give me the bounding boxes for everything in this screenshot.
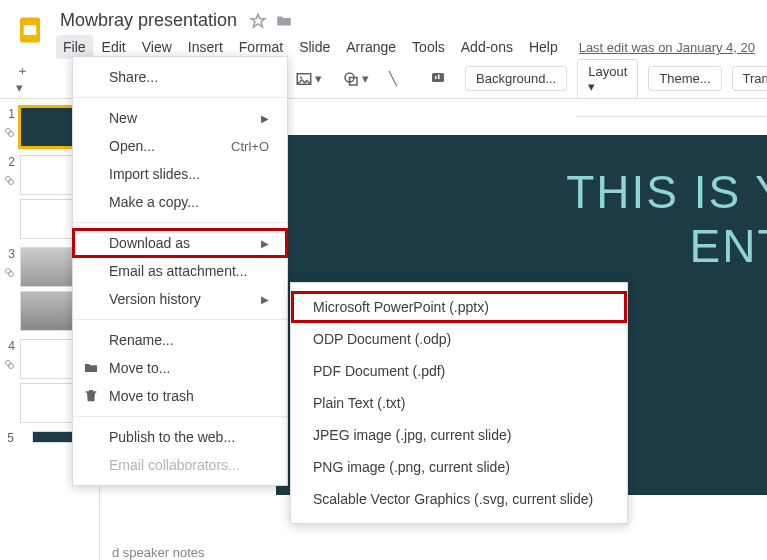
line-icon[interactable]: ╲ — [381, 65, 405, 92]
svg-rect-8 — [438, 74, 440, 79]
animation-icon — [4, 127, 16, 139]
menu-arrange[interactable]: Arrange — [339, 35, 403, 59]
thumb-number: 2 — [5, 155, 15, 169]
image-icon[interactable]: ▾ — [287, 64, 330, 94]
svg-point-10 — [9, 132, 14, 137]
svg-point-12 — [9, 180, 14, 185]
chevron-right-icon: ▶ — [261, 294, 269, 305]
last-edit-link[interactable]: Last edit was on January 4, 20 — [579, 40, 755, 59]
thumb-number: 1 — [5, 107, 15, 121]
svg-rect-1 — [24, 25, 37, 35]
svg-point-15 — [6, 361, 11, 366]
folder-icon[interactable] — [275, 12, 293, 30]
new-slide-button[interactable]: ＋ ▾ — [8, 56, 37, 101]
comment-icon[interactable] — [421, 64, 455, 94]
file-open[interactable]: Open...Ctrl+O — [73, 132, 287, 160]
file-move-to[interactable]: Move to... — [73, 354, 287, 382]
download-svg[interactable]: Scalable Vector Graphics (.svg, current … — [291, 483, 627, 515]
menu-help[interactable]: Help — [522, 35, 565, 59]
file-new[interactable]: New▶ — [73, 104, 287, 132]
svg-point-3 — [300, 76, 302, 78]
file-email-attachment[interactable]: Email as attachment... — [73, 257, 287, 285]
menu-tools[interactable]: Tools — [405, 35, 452, 59]
speaker-notes[interactable]: d speaker notes — [100, 539, 767, 560]
theme-button[interactable]: Theme... — [648, 66, 721, 91]
header-bar: Mowbray presentation File Edit View Inse… — [0, 0, 767, 59]
svg-point-9 — [6, 129, 11, 134]
slide-title-line1: THIS IS YOUR — [306, 165, 767, 219]
file-move-trash[interactable]: Move to trash — [73, 382, 287, 410]
svg-point-13 — [6, 269, 11, 274]
star-icon[interactable] — [249, 12, 267, 30]
file-email-collaborators: Email collaborators... — [73, 451, 287, 479]
animation-icon — [4, 175, 16, 187]
file-rename[interactable]: Rename... — [73, 326, 287, 354]
slides-logo[interactable] — [12, 10, 48, 50]
svg-rect-7 — [435, 76, 437, 79]
thumb-number: 4 — [5, 339, 15, 353]
menu-slide[interactable]: Slide — [292, 35, 337, 59]
thumb-number: 5 — [4, 431, 14, 445]
svg-point-16 — [9, 364, 14, 369]
download-pptx[interactable]: Microsoft PowerPoint (.pptx) — [291, 291, 627, 323]
chevron-right-icon: ▶ — [261, 113, 269, 124]
file-download-as[interactable]: Download as▶ — [73, 229, 287, 257]
slide-title-line2: ENTATIO — [306, 219, 767, 273]
download-submenu: Microsoft PowerPoint (.pptx) ODP Documen… — [290, 282, 628, 524]
animation-icon — [4, 359, 16, 371]
file-make-copy[interactable]: Make a copy... — [73, 188, 287, 216]
file-menu-dropdown: Share... New▶ Open...Ctrl+O Import slide… — [72, 56, 288, 486]
doc-title[interactable]: Mowbray presentation — [56, 8, 241, 33]
download-png[interactable]: PNG image (.png, current slide) — [291, 451, 627, 483]
file-version-history[interactable]: Version history▶ — [73, 285, 287, 313]
download-pdf[interactable]: PDF Document (.pdf) — [291, 355, 627, 387]
thumb-number: 3 — [5, 247, 15, 261]
svg-point-11 — [6, 177, 11, 182]
layout-button[interactable]: Layout ▾ — [577, 59, 638, 99]
transition-button[interactable]: Transition... — [732, 66, 767, 91]
chevron-right-icon: ▶ — [261, 238, 269, 249]
download-txt[interactable]: Plain Text (.txt) — [291, 387, 627, 419]
shape-icon[interactable]: ▾ — [334, 64, 377, 94]
folder-icon — [83, 360, 99, 376]
background-button[interactable]: Background... — [465, 66, 567, 91]
file-import-slides[interactable]: Import slides... — [73, 160, 287, 188]
ruler-horizontal — [576, 99, 767, 117]
download-jpg[interactable]: JPEG image (.jpg, current slide) — [291, 419, 627, 451]
menu-addons[interactable]: Add-ons — [454, 35, 520, 59]
file-publish-web[interactable]: Publish to the web... — [73, 423, 287, 451]
trash-icon — [83, 388, 99, 404]
download-odp[interactable]: ODP Document (.odp) — [291, 323, 627, 355]
svg-point-14 — [9, 272, 14, 277]
file-share[interactable]: Share... — [73, 63, 287, 91]
animation-icon — [4, 267, 16, 279]
